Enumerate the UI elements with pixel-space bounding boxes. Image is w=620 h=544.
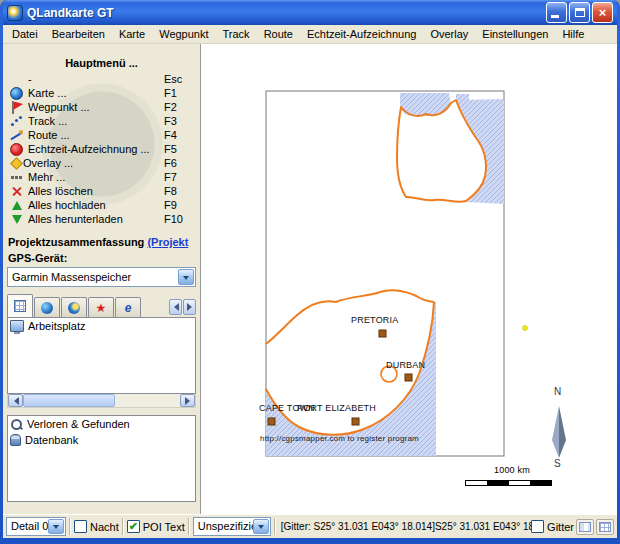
globe-icon bbox=[68, 302, 80, 314]
app-icon bbox=[7, 5, 23, 21]
globe-icon bbox=[41, 302, 53, 314]
tab-world[interactable] bbox=[61, 297, 87, 317]
map-canvas[interactable] bbox=[201, 44, 617, 514]
main-menu-title: Hauptmenü ... bbox=[7, 57, 196, 69]
close-button[interactable]: × bbox=[592, 2, 613, 23]
track-icon bbox=[10, 115, 23, 128]
city-label-port-elizabeth: PORT ELIZABETH bbox=[297, 403, 376, 413]
list-item-arbeitsplatz[interactable]: Arbeitsplatz bbox=[8, 318, 195, 334]
registration-notice: http://cgpsmapper.com to register progra… bbox=[260, 434, 419, 443]
database-icon bbox=[10, 434, 21, 446]
delete-icon bbox=[10, 185, 23, 198]
map-panel[interactable]: PRETORIA DURBAN CAPE TOWN PORT ELIZABETH… bbox=[200, 44, 617, 514]
separator bbox=[69, 518, 71, 535]
menu-item-wegpunkt[interactable]: Wegpunkt ... F2 bbox=[7, 100, 196, 114]
menu-wegpunkt[interactable]: Wegpunkt bbox=[152, 26, 215, 43]
lost-and-found-icon bbox=[10, 418, 23, 431]
upload-icon bbox=[10, 199, 23, 212]
night-checkbox[interactable] bbox=[74, 520, 87, 533]
maximize-button[interactable] bbox=[569, 2, 590, 23]
poi-type-select[interactable]: Unspezifiziert bbox=[193, 517, 271, 536]
globe-icon bbox=[10, 87, 23, 100]
dropdown-arrow-icon[interactable] bbox=[178, 269, 194, 285]
grid-icon bbox=[14, 300, 26, 312]
menu-item-track[interactable]: Track ... F3 bbox=[7, 114, 196, 128]
gps-device-select[interactable]: Garmin Massenspeicher bbox=[7, 267, 196, 287]
menu-item-karte[interactable]: Karte ... F1 bbox=[7, 86, 196, 100]
detail-level-select[interactable]: Detail 0 bbox=[6, 517, 66, 536]
tab-tracks[interactable]: e bbox=[115, 297, 141, 317]
flag-icon bbox=[10, 101, 23, 114]
tab-workspace[interactable] bbox=[7, 294, 33, 317]
detail-level-value: Detail 0 bbox=[11, 520, 48, 532]
menu-item-alles-hochladen[interactable]: Alles hochladen F9 bbox=[7, 198, 196, 212]
menu-item-echtzeit-aufzeichnung[interactable]: Echtzeit-Aufzeichnung ... F5 bbox=[7, 142, 196, 156]
compass-south-label: S bbox=[554, 458, 561, 469]
scrollbar-track[interactable] bbox=[23, 394, 180, 407]
menu-item-mehr[interactable]: Mehr ... F7 bbox=[7, 170, 196, 184]
menu-echtzeit-aufzeichnung[interactable]: Echtzeit-Aufzeichnung bbox=[300, 26, 423, 43]
menu-item-route[interactable]: Route ... F4 bbox=[7, 128, 196, 142]
download-icon bbox=[10, 213, 23, 226]
grid-checkbox[interactable] bbox=[531, 520, 544, 533]
list-item-verloren-gefunden[interactable]: Verloren & Gefunden bbox=[8, 416, 195, 432]
tab-waypoints[interactable]: ★ bbox=[88, 297, 114, 317]
menubar: Datei Bearbeiten Karte Wegpunkt Track Ro… bbox=[3, 25, 617, 44]
city-label-pretoria: PRETORIA bbox=[351, 315, 398, 325]
main-menu-panel: Hauptmenü ... - Esc Karte ... F1 Wegpunk… bbox=[7, 44, 196, 226]
menu-route[interactable]: Route bbox=[257, 26, 300, 43]
menu-bearbeiten[interactable]: Bearbeiten bbox=[45, 26, 112, 43]
route-icon bbox=[10, 129, 23, 142]
dropdown-arrow-icon[interactable] bbox=[48, 519, 64, 534]
close-icon: × bbox=[599, 6, 607, 19]
maximize-icon bbox=[575, 8, 585, 17]
scroll-left-button[interactable] bbox=[8, 394, 23, 407]
waypoint-marker bbox=[405, 374, 412, 381]
minimize-button[interactable] bbox=[546, 2, 567, 23]
menu-hilfe[interactable]: Hilfe bbox=[555, 26, 591, 43]
menu-karte[interactable]: Karte bbox=[112, 26, 152, 43]
list-item-datenbank[interactable]: Datenbank bbox=[8, 432, 195, 448]
separator bbox=[274, 518, 276, 535]
application-window: QLandkarte GT × Datei Bearbeiten Karte W… bbox=[0, 0, 620, 544]
coordinate-readout: [Gitter: S25° 31.031 E043° 18.014]S25° 3… bbox=[279, 521, 531, 532]
separator bbox=[188, 518, 190, 535]
more-icon bbox=[10, 171, 23, 184]
menu-track[interactable]: Track bbox=[216, 26, 257, 43]
arrow-right-icon bbox=[185, 397, 194, 405]
dropdown-arrow-icon[interactable] bbox=[253, 519, 269, 534]
grid-tool-icon[interactable] bbox=[596, 519, 614, 535]
project-summary: Projektzusammenfassung (Projekt bbox=[7, 236, 196, 248]
menu-einstellungen[interactable]: Einstellungen bbox=[475, 26, 555, 43]
menu-datei[interactable]: Datei bbox=[5, 26, 45, 43]
menu-item-alles-herunterladen[interactable]: Alles herunterladen F10 bbox=[7, 212, 196, 226]
arrow-right-icon bbox=[187, 303, 196, 311]
horizontal-scrollbar[interactable] bbox=[7, 394, 196, 408]
arrow-left-icon bbox=[10, 397, 19, 405]
night-mode-option: Nacht bbox=[74, 520, 119, 533]
menu-item-overlay[interactable]: Overlay ... F6 bbox=[7, 156, 196, 170]
titlebar[interactable]: QLandkarte GT × bbox=[3, 0, 617, 25]
project-summary-label: Projektzusammenfassung bbox=[8, 236, 147, 248]
tab-scroll-right-button[interactable] bbox=[183, 299, 196, 315]
menu-item-alles-loeschen[interactable]: Alles löschen F8 bbox=[7, 184, 196, 198]
menu-item-escape[interactable]: - Esc bbox=[7, 72, 196, 86]
compass-needle bbox=[552, 406, 559, 458]
database-list: Verloren & Gefunden Datenbank bbox=[7, 415, 196, 502]
waypoint-marker bbox=[379, 330, 386, 337]
poi-text-option: ✔ POI Text bbox=[127, 520, 185, 533]
grid-option: Gitter bbox=[531, 520, 574, 533]
separator bbox=[122, 518, 124, 535]
map-tool-icon[interactable] bbox=[576, 519, 594, 535]
project-link[interactable]: (Projekt bbox=[147, 236, 188, 248]
tab-maps[interactable] bbox=[34, 297, 60, 317]
poi-text-checkbox[interactable]: ✔ bbox=[127, 520, 140, 533]
sidebar: Hauptmenü ... - Esc Karte ... F1 Wegpunk… bbox=[3, 44, 200, 514]
cursor-dot bbox=[523, 326, 528, 331]
star-icon: ★ bbox=[95, 302, 107, 314]
workspace-list: Arbeitsplatz bbox=[7, 317, 196, 394]
scrollbar-thumb[interactable] bbox=[23, 394, 115, 407]
tab-scroll-left-button[interactable] bbox=[169, 299, 182, 315]
scroll-right-button[interactable] bbox=[180, 394, 195, 407]
menu-overlay[interactable]: Overlay bbox=[423, 26, 475, 43]
